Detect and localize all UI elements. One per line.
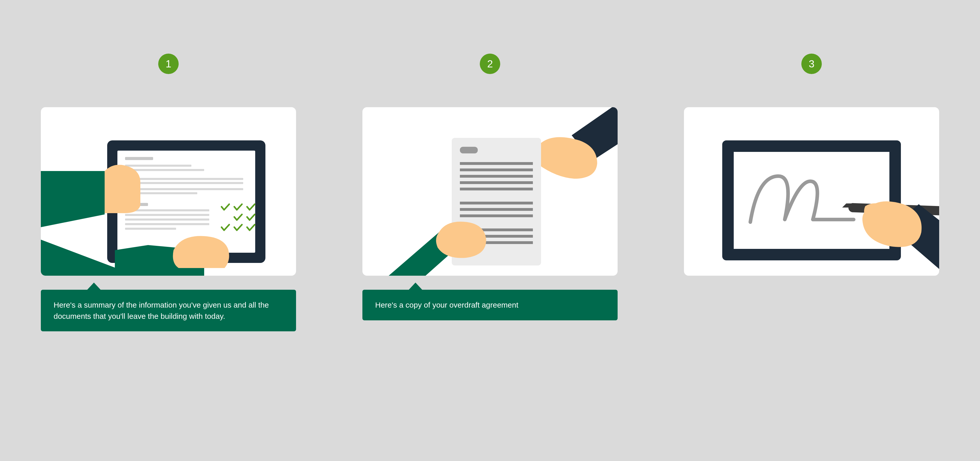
step-3: 3 bbox=[684, 54, 939, 276]
svg-rect-15 bbox=[125, 223, 209, 225]
svg-rect-12 bbox=[125, 209, 209, 211]
svg-rect-4 bbox=[125, 169, 204, 171]
svg-rect-26 bbox=[460, 215, 533, 217]
step-2: 2 bbox=[363, 54, 617, 320]
step-badge-1: 1 bbox=[158, 54, 179, 74]
step-badge-3: 3 bbox=[801, 54, 822, 74]
svg-rect-7 bbox=[134, 182, 243, 184]
step-card-3 bbox=[684, 107, 939, 276]
step-badge-2: 2 bbox=[480, 54, 500, 74]
step-1: 1 bbox=[41, 54, 296, 331]
step-caption-1: Here's a summary of the information you'… bbox=[41, 290, 296, 331]
svg-rect-2 bbox=[125, 157, 153, 160]
step-caption-2: Here's a copy of your overdraft agreemen… bbox=[363, 290, 617, 320]
svg-rect-23 bbox=[460, 188, 533, 191]
svg-rect-24 bbox=[460, 202, 533, 205]
document-handover-icon bbox=[363, 107, 617, 276]
svg-rect-25 bbox=[460, 208, 533, 211]
svg-rect-18 bbox=[460, 147, 478, 153]
tablet-signature-icon bbox=[684, 107, 939, 276]
svg-rect-9 bbox=[134, 188, 243, 190]
svg-rect-20 bbox=[460, 169, 533, 171]
steps-container: 1 bbox=[41, 54, 939, 331]
svg-rect-14 bbox=[125, 218, 209, 221]
svg-rect-3 bbox=[125, 165, 191, 167]
step-card-2 bbox=[363, 107, 617, 276]
tablet-summary-icon bbox=[41, 107, 296, 276]
svg-rect-13 bbox=[125, 214, 209, 216]
svg-rect-22 bbox=[460, 181, 533, 184]
svg-rect-6 bbox=[134, 178, 243, 180]
svg-rect-21 bbox=[460, 175, 533, 178]
step-card-1 bbox=[41, 107, 296, 276]
svg-rect-16 bbox=[125, 228, 176, 230]
svg-rect-10 bbox=[134, 192, 197, 194]
svg-rect-19 bbox=[460, 162, 533, 165]
